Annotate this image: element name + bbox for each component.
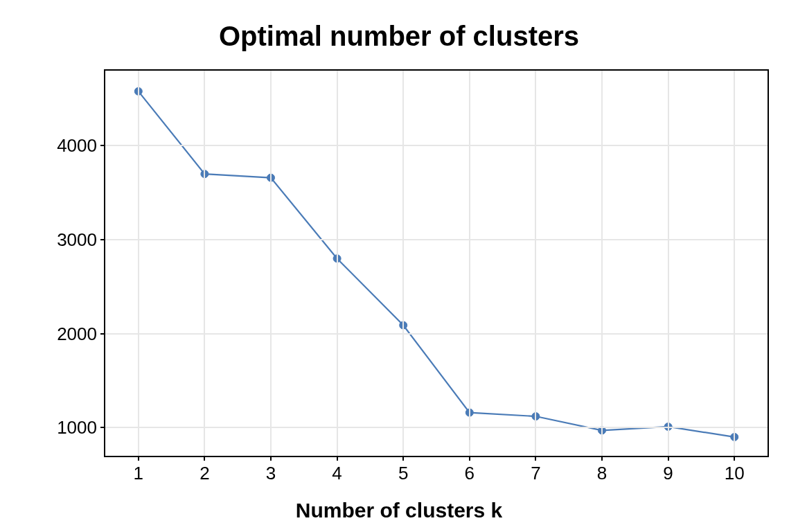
chart-title: Optimal number of clusters <box>0 21 798 52</box>
x-axis-label: Number of clusters k <box>0 499 798 522</box>
gridline-vertical <box>469 71 470 456</box>
gridline-vertical <box>138 71 139 456</box>
x-tick-mark <box>535 456 536 461</box>
gridline-vertical <box>402 71 404 456</box>
gridline-horizontal <box>105 145 768 146</box>
gridline-horizontal <box>105 239 768 240</box>
y-tick-mark <box>100 145 105 146</box>
x-tick-mark <box>138 456 139 461</box>
gridline-vertical <box>270 71 272 456</box>
gridline-vertical <box>337 71 338 456</box>
gridline-vertical <box>204 71 205 456</box>
gridline-horizontal <box>105 427 768 428</box>
y-tick-mark <box>100 239 105 240</box>
x-tick-mark <box>270 456 272 461</box>
x-tick-label: 7 <box>531 463 540 484</box>
y-tick-label: 3000 <box>57 229 97 251</box>
chart-container: Optimal number of clusters Total Within … <box>0 0 798 532</box>
gridline-vertical <box>601 71 603 456</box>
x-tick-mark <box>402 456 404 461</box>
gridline-horizontal <box>105 333 768 335</box>
x-tick-label: 4 <box>332 463 342 484</box>
x-tick-label: 3 <box>266 463 276 484</box>
y-tick-label: 2000 <box>57 323 97 344</box>
gridline-vertical <box>734 71 735 456</box>
x-tick-mark <box>668 456 669 461</box>
x-tick-mark <box>469 456 470 461</box>
x-tick-label: 9 <box>663 463 673 484</box>
x-tick-label: 6 <box>465 463 475 484</box>
series-line <box>139 91 734 437</box>
y-tick-mark <box>100 333 105 335</box>
y-tick-label: 4000 <box>57 135 97 157</box>
x-tick-label: 10 <box>725 463 745 484</box>
x-tick-mark <box>204 456 205 461</box>
x-tick-label: 1 <box>134 463 143 484</box>
x-tick-mark <box>337 456 338 461</box>
x-tick-mark <box>601 456 603 461</box>
x-tick-label: 8 <box>597 463 607 484</box>
x-tick-label: 5 <box>398 463 408 484</box>
plot-area: 123456789101000200030004000 <box>104 69 769 457</box>
y-tick-mark <box>100 427 105 428</box>
x-tick-mark <box>734 456 735 461</box>
x-tick-label: 2 <box>200 463 209 484</box>
gridline-vertical <box>535 71 536 456</box>
y-tick-label: 1000 <box>57 417 97 438</box>
gridline-vertical <box>668 71 669 456</box>
